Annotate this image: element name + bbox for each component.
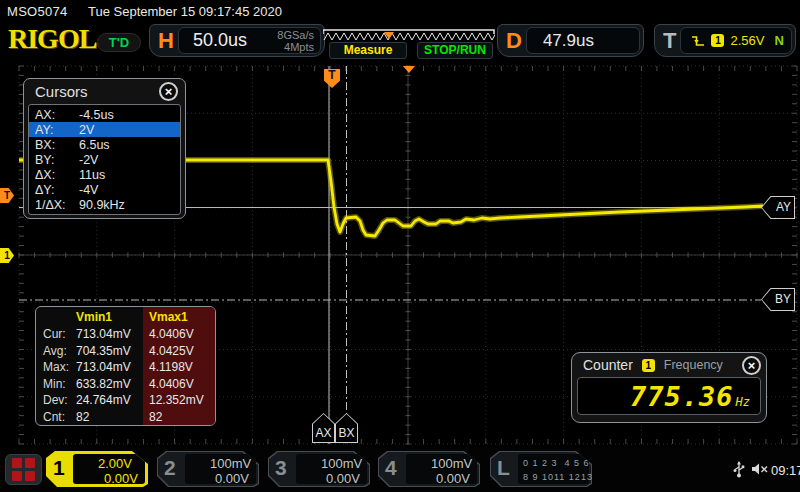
logic-analyzer-label: L xyxy=(497,456,510,480)
measurement-row-min: Min:633.82mV4.0406V xyxy=(36,376,215,393)
menu-grid-button[interactable] xyxy=(5,454,42,485)
cursor-by-handle[interactable]: BY xyxy=(761,288,795,311)
cursor-bx-text: BX xyxy=(335,426,358,440)
measurement-row-cnt: Cnt:8282 xyxy=(36,409,215,426)
channel-1-values: 2.00V 0.00V xyxy=(73,454,145,484)
vmin-header: Vmin1 xyxy=(76,310,143,324)
channel-2-values: 100mV 0.00V xyxy=(185,454,256,484)
counter-panel: Counter 1 Frequency × 775.36 Hz xyxy=(571,352,767,423)
counter-panel-title: Counter 1 Frequency × xyxy=(572,353,766,377)
measurement-row-cur: Cur:713.04mV4.0406V xyxy=(36,326,215,343)
channel-4-offset: 0.00V xyxy=(406,471,477,486)
usb-icon xyxy=(733,461,745,478)
channel-2-number: 2 xyxy=(164,456,176,480)
channel-1-offset: 0.00V xyxy=(73,471,145,486)
counter-mode-label: Frequency xyxy=(664,358,723,372)
channel-1-scale: 2.00V xyxy=(98,456,132,471)
cursor-ay-text: AY xyxy=(776,200,791,214)
measurement-row-avg: Avg:704.35mV4.0425V xyxy=(36,343,215,360)
cursor-row-ax[interactable]: AX:-4.5us xyxy=(29,107,180,122)
cursor-row-by[interactable]: BY:-2V xyxy=(29,152,180,167)
channel-3-values: 100mV 0.00V xyxy=(296,454,367,484)
cursor-row-1dx[interactable]: 1/ΔX:90.9kHz xyxy=(29,197,180,212)
speaker-muted-icon[interactable] xyxy=(751,462,769,476)
channel-3-scale: 100mV xyxy=(321,456,362,471)
grid-dot xyxy=(25,458,35,468)
cursors-title-text: Cursors xyxy=(35,83,88,100)
cursor-bx-handle[interactable]: BX xyxy=(335,413,358,443)
cursor-row-dx[interactable]: ΔX:11us xyxy=(29,167,180,182)
cursor-ax-text: AX xyxy=(312,426,335,440)
channel-3-number: 3 xyxy=(275,456,287,480)
cursor-ay-handle[interactable]: AY xyxy=(761,196,795,219)
grid-dot xyxy=(12,458,22,468)
counter-unit: Hz xyxy=(736,395,750,409)
channel-3-offset: 0.00V xyxy=(296,471,367,486)
counter-title-text: Counter xyxy=(583,357,633,373)
measurement-header: Vmin1 Vmax1 xyxy=(36,307,215,326)
counter-value: 775.36 xyxy=(630,380,734,414)
screen-center-marker xyxy=(403,66,415,73)
channel-3-widget[interactable]: 3 100mV 0.00V xyxy=(268,451,370,487)
channel-2-widget[interactable]: 2 100mV 0.00V xyxy=(157,451,259,487)
cursor-ax-handle[interactable]: AX xyxy=(312,413,335,443)
cursor-list: AX:-4.5us AY:2V BX:6.5us BY:-2V ΔX:11us … xyxy=(28,104,181,215)
cursor-by-text: BY xyxy=(775,292,791,306)
measurement-row-max: Max:713.04mV4.1198V xyxy=(36,359,215,376)
channel-4-scale: 100mV xyxy=(431,456,472,471)
channel-4-values: 100mV 0.00V xyxy=(406,454,477,484)
counter-close-button[interactable]: × xyxy=(742,356,761,375)
cursor-row-bx[interactable]: BX:6.5us xyxy=(29,137,180,152)
counter-source-badge: 1 xyxy=(642,359,655,372)
grid-dot xyxy=(25,471,35,481)
cursor-row-dy[interactable]: ΔY:-4V xyxy=(29,182,180,197)
measurement-panel: Vmin1 Vmax1 Cur:713.04mV4.0406V Avg:704.… xyxy=(35,306,216,426)
channel-bar: 1 2.00V 0.00V 2 100mV 0.00V 3 100mV 0.00… xyxy=(0,448,800,492)
cursors-panel-title: Cursors × xyxy=(24,79,185,104)
channel-4-widget[interactable]: 4 100mV 0.00V xyxy=(378,451,480,487)
channel-2-offset: 0.00V xyxy=(185,471,256,486)
digital-channel-list: 0 1 2 3 4 5 6 78 9 1011 12131415 xyxy=(518,454,589,484)
channel-2-scale: 100mV xyxy=(210,456,251,471)
logic-analyzer-widget[interactable]: L 0 1 2 3 4 5 6 78 9 1011 12131415 xyxy=(490,451,592,487)
channel-4-number: 4 xyxy=(385,456,397,480)
counter-display: 775.36 Hz xyxy=(577,377,761,415)
cursor-row-ay[interactable]: AY:2V xyxy=(29,122,180,137)
measurement-row-dev: Dev:24.764mV12.352mV xyxy=(36,392,215,409)
clock: 09:17 xyxy=(771,463,800,478)
cursors-close-button[interactable]: × xyxy=(159,82,178,101)
channel-1-number: 1 xyxy=(53,456,65,480)
grid-dot xyxy=(12,471,22,481)
vmax-header: Vmax1 xyxy=(143,307,215,326)
cursors-panel: Cursors × AX:-4.5us AY:2V BX:6.5us BY:-2… xyxy=(23,78,186,219)
channel-1-widget[interactable]: 1 2.00V 0.00V xyxy=(46,451,148,487)
